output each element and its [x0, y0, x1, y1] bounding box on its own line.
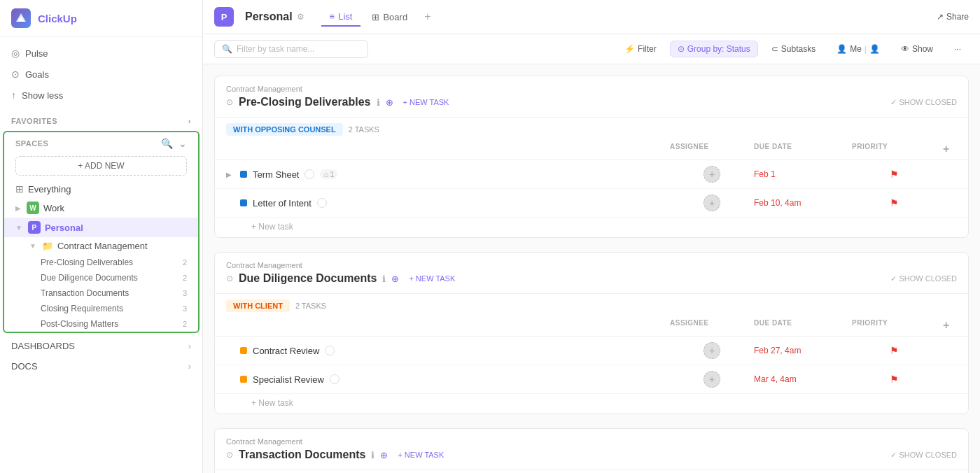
tab-list[interactable]: ≡ List [321, 8, 361, 27]
avatar[interactable]: + [704, 342, 720, 359]
list-due-diligence[interactable]: Due Diligence Documents 2 [4, 270, 198, 285]
share-button[interactable]: ↗ Share [937, 12, 969, 22]
space-name: Personal ⚙ [245, 10, 304, 23]
favorites-chevron[interactable]: › [188, 117, 191, 125]
pre-closing-target-icon[interactable]: ⊕ [386, 97, 393, 108]
list-transaction[interactable]: Transaction Documents 3 [4, 285, 198, 301]
more-button[interactable]: ··· [946, 41, 969, 57]
tab-board[interactable]: ⊞ Board [363, 8, 416, 26]
me-label: Me [850, 44, 862, 54]
sidebar-dashboards[interactable]: DASHBOARDS › [0, 336, 202, 356]
subtasks-button[interactable]: ⊂ Subtasks [764, 41, 823, 57]
due-diligence-new-task-btn[interactable]: + NEW TASK [405, 273, 459, 284]
sidebar-nav-show-less[interactable]: ↑ Show less [0, 85, 202, 106]
search-placeholder: Filter by task name... [237, 44, 314, 54]
pulse-label: Pulse [25, 48, 48, 59]
due-diligence-collapse-icon[interactable]: ⊙ [226, 274, 233, 283]
list-pre-closing-count: 2 [183, 258, 187, 267]
me-separator: | [864, 44, 867, 54]
task-expand-icon[interactable]: ▶ [226, 171, 234, 178]
list-closing-requirements[interactable]: Closing Requirements 3 [4, 301, 198, 316]
task-specialist-left: Specialist Review [226, 374, 670, 385]
avatar[interactable]: + [704, 371, 720, 388]
logo-icon [11, 8, 31, 28]
due-diligence-header-right: ✓ SHOW CLOSED [890, 274, 957, 283]
table-row[interactable]: Contract Review + Feb 27, 4am ⚑ [215, 337, 968, 365]
transaction-new-task-btn[interactable]: + NEW TASK [393, 449, 448, 460]
list-pre-closing-label: Pre-Closing Deliverables [41, 257, 133, 267]
task-color-dot [240, 376, 247, 383]
list-pre-closing[interactable]: Pre-Closing Deliverables 2 [4, 255, 198, 270]
search-input[interactable]: 🔍 Filter by task name... [214, 40, 368, 58]
spaces-actions: 🔍 ⌄ [161, 138, 187, 149]
space-settings-icon[interactable]: ⚙ [297, 12, 304, 22]
due-date-col-header: DUE DATE [754, 319, 852, 332]
folder-add-icon[interactable]: + [183, 242, 187, 250]
pre-closing-info-icon[interactable]: ℹ [377, 97, 380, 108]
filter-button[interactable]: ⚡ Filter [617, 41, 664, 57]
main-header: P Personal ⚙ ≡ List ⊞ Board + ↗ Share [203, 0, 980, 34]
me-button[interactable]: 👤 Me | 👤 [829, 41, 888, 57]
table-row[interactable]: Specialist Review + Mar 4, 4am ⚑ [215, 365, 968, 394]
add-new-button[interactable]: + ADD NEW [15, 156, 187, 176]
task-priority-cell: ⚑ [852, 169, 936, 180]
everything-label: Everything [28, 184, 71, 195]
subtasks-label: Subtasks [781, 44, 816, 54]
add-col-header[interactable]: + [936, 143, 957, 155]
dashboards-label: DASHBOARDS [11, 341, 75, 351]
pre-closing-show-closed[interactable]: ✓ SHOW CLOSED [890, 98, 957, 107]
task-check-circle[interactable] [317, 198, 327, 208]
docs-chevron: › [188, 361, 191, 372]
work-label: Work [43, 203, 64, 213]
space-title: Personal [245, 10, 293, 23]
transaction-target-icon[interactable]: ⊕ [380, 450, 388, 460]
space-badge: P [214, 7, 234, 27]
due-diligence-info-icon[interactable]: ℹ [382, 274, 386, 284]
task-check-circle[interactable] [304, 169, 314, 179]
opposing-counsel-task-count: 2 TASKS [349, 125, 379, 134]
share-icon: ↗ [937, 12, 944, 22]
list-post-closing[interactable]: Post-Closing Matters 2 [4, 316, 198, 332]
due-diligence-target-icon[interactable]: ⊕ [391, 274, 399, 284]
table-row[interactable]: ▶ Term Sheet ⌂ 1 + Feb 1 ⚑ [215, 160, 968, 189]
sidebar-item-personal[interactable]: ▼ P Personal [4, 218, 198, 237]
group-by-button[interactable]: ⊙ Group by: Status [670, 41, 758, 57]
toolbar-actions: ⚡ Filter ⊙ Group by: Status ⊂ Subtasks 👤… [617, 41, 969, 57]
due-diligence-show-closed[interactable]: ✓ SHOW CLOSED [890, 274, 957, 283]
show-button[interactable]: 👁 Show [893, 41, 941, 57]
task-check-circle[interactable] [325, 346, 335, 355]
section-due-diligence-title: Due Diligence Documents [239, 272, 377, 285]
avatar[interactable]: + [704, 195, 720, 211]
pre-closing-new-task-btn[interactable]: + NEW TASK [399, 97, 454, 108]
pre-closing-new-task-inline[interactable]: + New task [215, 218, 968, 237]
assignee-col-header: ASSIGNEE [670, 319, 754, 332]
list-tab-icon: ≡ [330, 11, 335, 22]
due-diligence-new-task-inline[interactable]: + New task [215, 394, 968, 414]
table-row[interactable]: Letter of Intent + Feb 10, 4am ⚑ [215, 189, 968, 218]
sidebar-nav-goals[interactable]: ⊙ Goals [0, 64, 202, 85]
search-icon[interactable]: 🔍 [161, 138, 173, 149]
folder-more-icon[interactable]: ··· [173, 242, 179, 250]
priority-flag-icon: ⚑ [890, 197, 899, 209]
task-letter-left: Letter of Intent [226, 198, 670, 209]
task-check-circle[interactable] [330, 374, 340, 384]
sidebar-docs[interactable]: DOCS › [0, 356, 202, 376]
transaction-show-closed[interactable]: ✓ SHOW CLOSED [890, 451, 957, 460]
chevron-down-icon[interactable]: ⌄ [178, 138, 187, 149]
checkmark-icon: ✓ [890, 98, 897, 107]
add-tab-button[interactable]: + [419, 7, 436, 27]
drafted-status-row: DRAFTED 2 TASKS [215, 470, 968, 473]
pre-closing-header-right: ✓ SHOW CLOSED [890, 98, 957, 107]
sidebar-item-everything[interactable]: ⊞ Everything [4, 180, 198, 198]
avatar[interactable]: + [704, 166, 720, 183]
transaction-collapse-icon[interactable]: ⊙ [226, 450, 233, 460]
transaction-info-icon[interactable]: ℹ [371, 450, 374, 460]
pre-closing-collapse-icon[interactable]: ⊙ [226, 97, 233, 107]
folder-contract-management[interactable]: ▼ 📁 Contract Management ··· + [4, 237, 198, 255]
section-transaction-breadcrumb: Contract Management [226, 437, 957, 446]
add-col-header[interactable]: + [936, 319, 957, 332]
sidebar-item-work[interactable]: ▶ W Work [4, 198, 198, 218]
task-subtask-badge: ⌂ 1 [320, 169, 337, 179]
sidebar-nav-pulse[interactable]: ◎ Pulse [0, 43, 202, 64]
list-closing-requirements-count: 3 [183, 304, 187, 313]
